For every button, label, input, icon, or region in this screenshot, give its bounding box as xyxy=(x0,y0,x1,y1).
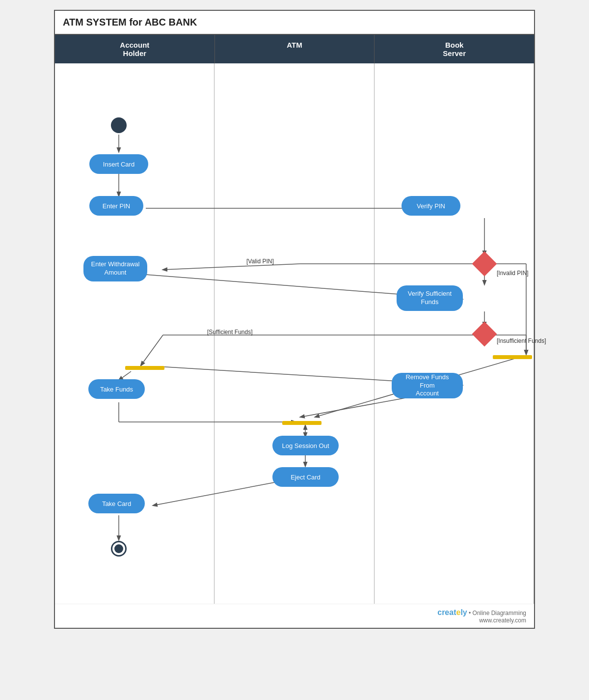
creately-footer: creately • Online Diagramming www.create… xyxy=(55,604,534,628)
label-invalid-pin: [Invalid PIN] xyxy=(497,270,529,277)
label-insufficient-funds: [Insufficient Funds] xyxy=(497,337,546,344)
atm-join-bar xyxy=(282,421,321,425)
diagram-title: ATM SYSTEM for ABC BANK xyxy=(55,11,534,35)
swimlane-body: Insert Card Enter PIN Enter WithdrawalAm… xyxy=(55,63,534,604)
creately-separator: • Online Diagramming xyxy=(469,610,526,616)
creately-url: www.creately.com xyxy=(479,617,526,624)
start-circle xyxy=(111,117,127,133)
enter-pin-node: Enter PIN xyxy=(89,196,143,216)
insert-card-node: Insert Card xyxy=(89,154,148,174)
diagram-container: ATM SYSTEM for ABC BANK AccountHolder AT… xyxy=(54,10,535,629)
creately-brand: creately xyxy=(437,608,467,616)
end-circle xyxy=(111,541,127,557)
eject-card-node: Eject Card xyxy=(272,467,339,487)
lane-header-account-holder: AccountHolder xyxy=(55,35,215,63)
verify-funds-node: Verify SufficientFunds xyxy=(397,285,463,311)
lane-book-server xyxy=(375,63,534,604)
take-funds-node: Take Funds xyxy=(88,379,145,399)
lane-account-holder xyxy=(55,63,214,604)
fork-bar-left xyxy=(125,366,164,370)
enter-withdrawal-node: Enter WithdrawalAmount xyxy=(83,256,147,281)
take-card-node: Take Card xyxy=(88,494,145,513)
fork-bar-right xyxy=(493,355,532,359)
lane-header-atm: ATM xyxy=(215,35,375,63)
swimlane-header: AccountHolder ATM BookServer xyxy=(55,35,534,63)
label-valid-pin: [Valid PIN] xyxy=(246,258,274,265)
remove-funds-node: Remove Funds FromAccount xyxy=(392,373,463,398)
lane-header-book-server: BookServer xyxy=(375,35,534,63)
verify-pin-node: Verify PIN xyxy=(402,196,460,216)
label-sufficient-funds: [Sufficient Funds] xyxy=(207,329,253,336)
log-session-node: Log Session Out xyxy=(272,436,339,455)
